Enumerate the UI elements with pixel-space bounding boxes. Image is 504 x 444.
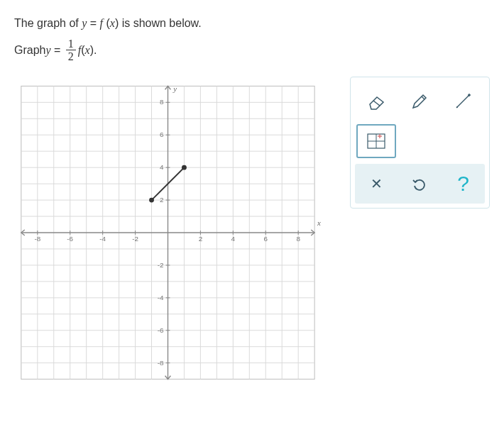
svg-line-67 [373,101,380,106]
svg-text:8: 8 [160,98,164,106]
frac-num: 1 [66,38,76,50]
svg-text:4: 4 [231,235,236,243]
svg-text:-4: -4 [99,235,106,243]
clear-button[interactable]: ✕ [356,167,396,201]
q2-post: . [94,44,97,57]
undo-icon [411,175,428,192]
svg-text:-2: -2 [132,235,138,243]
q1-x: x [110,17,115,29]
svg-point-65 [149,198,154,203]
svg-text:-4: -4 [158,294,164,301]
close-icon: ✕ [371,175,383,192]
help-button[interactable]: ? [443,167,483,201]
eraser-tool[interactable] [356,84,396,118]
pencil-tool[interactable] [400,84,439,118]
empty-slot-1 [400,124,439,158]
q1-f: f [100,17,103,29]
svg-line-68 [422,96,424,99]
eraser-icon [366,93,387,110]
line-tool-icon [453,91,473,111]
question-line-1: The graph of y = f (x) is shown below. [14,14,490,33]
svg-line-69 [456,95,469,108]
q1-post: is shown below. [122,17,202,29]
empty-slot-2 [443,124,483,158]
q1-paren2: ) [115,17,119,29]
frac-den: 2 [66,50,76,63]
svg-text:-6: -6 [67,235,73,243]
svg-text:4: 4 [160,163,164,171]
svg-text:8: 8 [296,235,300,243]
y-axis-label: y [172,84,177,93]
help-icon: ? [457,172,469,196]
svg-text:6: 6 [264,235,268,243]
q2-pre: Graph [14,44,45,57]
svg-text:-2: -2 [158,261,164,269]
q1-eq: = [90,17,100,29]
svg-text:2: 2 [160,196,163,204]
svg-text:-8: -8 [34,235,40,243]
x-axis-label: x [317,218,321,227]
line-tool[interactable] [443,84,483,118]
svg-point-66 [182,165,187,170]
undo-button[interactable] [400,167,439,201]
grid-tool-icon [366,132,387,150]
question-line-2: Graph y = 1 2 f (x). [14,38,490,63]
q2-y: y [45,44,50,57]
svg-text:6: 6 [160,131,164,138]
coordinate-grid[interactable]: x y -8-6-4-22468-8-6-4-22468 [14,77,322,389]
svg-text:2: 2 [199,235,202,243]
q1-y: y [82,17,87,29]
tool-panel: ✕ ? [350,77,490,209]
grid-tool[interactable] [356,124,396,158]
pencil-icon [410,92,429,111]
q2-eq: = [51,44,64,57]
graph-canvas[interactable]: x y -8-6-4-22468-8-6-4-22468 [14,77,322,389]
q2-x: x [85,44,90,57]
svg-point-70 [456,106,458,108]
fraction-half: 1 2 [66,38,76,63]
svg-text:-8: -8 [158,359,164,367]
svg-text:-6: -6 [158,326,164,334]
q1-pre: The graph of [14,17,82,29]
